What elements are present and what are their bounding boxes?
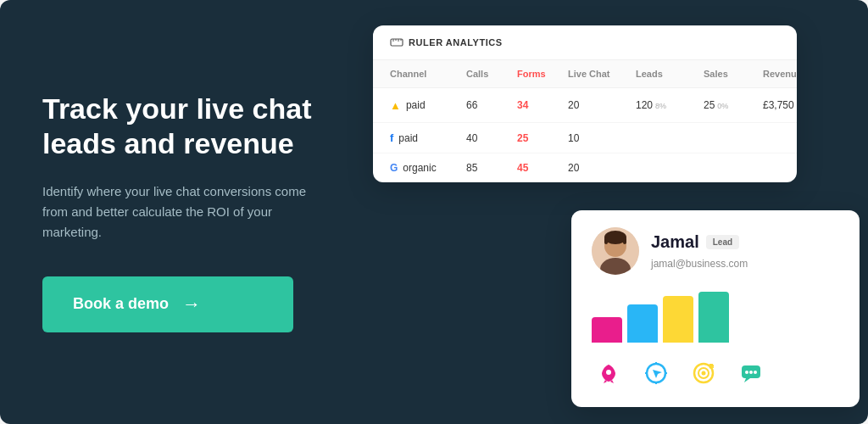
channel-name: paid xyxy=(398,132,418,144)
svg-rect-10 xyxy=(623,237,626,244)
ruler-logo: RULER ANALYTICS xyxy=(390,36,503,49)
livechat-val: 20 xyxy=(568,99,636,111)
col-calls: Calls xyxy=(466,69,517,79)
headline: Track your live chatleads and revenue xyxy=(42,92,314,161)
channel-name: organic xyxy=(403,162,436,174)
bar-chart xyxy=(592,292,839,343)
livechat-val: 10 xyxy=(568,132,636,144)
forms-val: 45 xyxy=(517,162,568,174)
svg-point-19 xyxy=(702,371,706,376)
bar-1 xyxy=(592,317,622,343)
svg-point-11 xyxy=(606,370,611,375)
channel-cell: G organic xyxy=(390,162,466,174)
main-container: Track your live chatleads and revenue Id… xyxy=(0,0,868,424)
profile-email: jamal@business.com xyxy=(651,258,748,270)
profile-card: Jamal Lead jamal@business.com xyxy=(571,210,860,407)
leads-sub: 8% xyxy=(655,102,666,110)
facebook-icon: f xyxy=(390,131,393,144)
channel-cell: f paid xyxy=(390,131,466,144)
col-forms: Forms xyxy=(517,69,568,79)
col-revenue: Revenue xyxy=(763,69,797,79)
calls-val: 85 xyxy=(466,162,517,174)
livechat-val: 20 xyxy=(568,162,636,174)
col-sales: Sales xyxy=(704,69,763,79)
sales-num: 25 xyxy=(704,99,715,111)
book-demo-button[interactable]: Book a demo → xyxy=(42,276,293,332)
forms-val: 34 xyxy=(517,99,568,111)
table-row: ▲ paid 66 34 20 120 8% 25 0% £3,750 View xyxy=(373,88,797,123)
svg-point-24 xyxy=(745,371,748,374)
bar-3 xyxy=(663,296,693,343)
right-panel: RULER ANALYTICS Channel Calls Forms Live… xyxy=(356,0,868,424)
analytics-header: RULER ANALYTICS xyxy=(373,25,797,60)
analytics-card: RULER ANALYTICS Channel Calls Forms Live… xyxy=(373,25,797,182)
ruler-icon xyxy=(390,36,403,49)
icons-row xyxy=(592,356,839,390)
profile-top: Jamal Lead jamal@business.com xyxy=(592,227,839,275)
forms-val: 25 xyxy=(517,132,568,144)
chat-icon xyxy=(734,356,768,390)
lead-badge: Lead xyxy=(706,235,739,249)
profile-name-row: Jamal Lead xyxy=(651,232,839,252)
sales-sub: 0% xyxy=(717,102,728,110)
table-row: f paid 40 25 10 xyxy=(373,123,797,153)
subtext: Identify where your live chat conversion… xyxy=(42,181,314,243)
calls-val: 40 xyxy=(466,132,517,144)
leads-num: 120 xyxy=(636,99,653,111)
svg-point-26 xyxy=(754,371,757,374)
col-livechat: Live Chat xyxy=(568,69,636,79)
arrow-icon: → xyxy=(182,293,201,315)
avatar-image xyxy=(592,227,639,275)
col-channel: Channel xyxy=(390,69,466,79)
revenue-val: £3,750 xyxy=(763,99,797,111)
bar-4 xyxy=(698,292,729,343)
leads-cell: 120 8% xyxy=(636,99,704,111)
table-row: G organic 85 45 20 xyxy=(373,153,797,182)
calls-val: 66 xyxy=(466,99,517,111)
target-icon xyxy=(687,356,721,390)
rocket-icon xyxy=(592,356,626,390)
google-ads-icon: ▲ xyxy=(390,99,401,112)
table-header: Channel Calls Forms Live Chat Leads Sale… xyxy=(373,60,797,88)
sales-cell: 25 0% xyxy=(704,99,763,111)
google-icon: G xyxy=(390,162,398,174)
left-panel: Track your live chatleads and revenue Id… xyxy=(0,0,356,424)
cursor-icon xyxy=(639,356,673,390)
channel-cell: ▲ paid xyxy=(390,99,466,112)
col-leads: Leads xyxy=(636,69,704,79)
svg-point-25 xyxy=(749,371,753,374)
profile-info: Jamal Lead jamal@business.com xyxy=(651,232,839,271)
avatar xyxy=(592,227,639,275)
bar-2 xyxy=(627,304,658,343)
svg-rect-9 xyxy=(604,237,608,244)
ruler-label: RULER ANALYTICS xyxy=(409,37,503,47)
profile-name: Jamal xyxy=(651,232,699,252)
cta-label: Book a demo xyxy=(73,295,169,313)
channel-name: paid xyxy=(406,99,426,111)
